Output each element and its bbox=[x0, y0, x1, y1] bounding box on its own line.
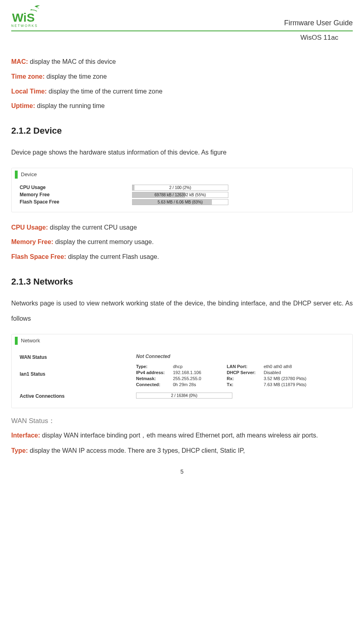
term-memory-free: Memory Free: bbox=[11, 238, 53, 245]
device-intro: Device page shows the hardware status in… bbox=[11, 145, 353, 160]
wan-status-value: Not Connected bbox=[136, 354, 170, 359]
term-mac: MAC: bbox=[11, 58, 28, 65]
page-number: 5 bbox=[11, 468, 353, 475]
kv-connected-v: 0h 29m 28s bbox=[173, 382, 225, 387]
kv-lanport-k: LAN Port: bbox=[227, 364, 262, 369]
device-panel-title-bar: Device bbox=[12, 168, 352, 181]
desc-timezone: display the time zone bbox=[47, 73, 107, 80]
active-connections-row: Active Connections 2 / 16384 (0%) bbox=[20, 393, 348, 399]
intro-definitions: MAC: display the MAC of this device Time… bbox=[11, 55, 353, 114]
kv-connected-k: Connected: bbox=[136, 382, 171, 387]
desc-localtime: display the time of the current time zon… bbox=[49, 88, 163, 95]
metric-cpu: CPU Usage 2 / 100 (2%) bbox=[20, 185, 348, 191]
kv-dhcp-v: Disabled bbox=[264, 370, 320, 375]
progress-bar-flash: 5.63 MB / 6.06 MB (83%) bbox=[132, 199, 228, 205]
doc-title: Firmware User Guide bbox=[284, 19, 353, 28]
term-flash-free: Flash Space Free: bbox=[11, 253, 66, 260]
green-accent-icon bbox=[15, 337, 18, 345]
desc-mac: display the MAC of this device bbox=[30, 58, 116, 65]
bar-text-cpu: 2 / 100 (2%) bbox=[169, 185, 191, 190]
heading-device: 2.1.2 Device bbox=[11, 126, 353, 136]
lan-status-row: lan1 Status Type: dhcp LAN Port: eth0 at… bbox=[20, 364, 348, 387]
kv-dhcp-k: DHCP Server: bbox=[227, 370, 262, 375]
lan-kv-grid: Type: dhcp LAN Port: eth0 ath0 ath8 IPv4… bbox=[136, 364, 320, 387]
term-uptime: Uptime: bbox=[11, 102, 35, 109]
device-panel: Device CPU Usage 2 / 100 (2%) Memory Fre… bbox=[11, 168, 353, 212]
page-header: WiS NETWORKS Firmware User Guide bbox=[11, 4, 353, 30]
kv-type-v: dhcp bbox=[173, 364, 225, 369]
desc-type: display the WAN IP access mode. There ar… bbox=[30, 447, 245, 454]
term-type: Type: bbox=[11, 447, 28, 454]
doc-subtitle: WisOS 11ac bbox=[11, 34, 353, 42]
desc-cpu-usage: display the current CPU usage bbox=[50, 224, 137, 231]
network-panel-title-bar: Network bbox=[12, 334, 352, 347]
desc-memory-free: display the current memory usage. bbox=[55, 238, 153, 245]
svg-text:WiS: WiS bbox=[12, 11, 35, 24]
kv-lanport-v: eth0 ath0 ath8 bbox=[264, 364, 320, 369]
term-timezone: Time zone: bbox=[11, 73, 45, 80]
active-connections-label: Active Connections bbox=[20, 393, 136, 399]
networks-intro: Networks page is used to view network wo… bbox=[11, 296, 353, 327]
metric-memory: Memory Free 69788 kB / 126392 kB (55%) bbox=[20, 192, 348, 198]
network-panel: Network WAN Status Not Connected lan1 St… bbox=[11, 334, 353, 408]
wan-status-row: WAN Status Not Connected bbox=[20, 354, 348, 360]
kv-rx-k: Rx: bbox=[227, 376, 262, 381]
network-panel-title: Network bbox=[21, 338, 40, 344]
metric-label-memory: Memory Free bbox=[20, 192, 132, 197]
kv-ipv4-v: 192.168.1.106 bbox=[173, 370, 225, 375]
green-accent-icon bbox=[15, 171, 18, 179]
progress-bar-active-conn: 2 / 16384 (0%) bbox=[136, 393, 232, 399]
kv-type-k: Type: bbox=[136, 364, 171, 369]
kv-ipv4-k: IPv4 address: bbox=[136, 370, 171, 375]
desc-interface: display WAN interface binding port，eth m… bbox=[42, 432, 318, 439]
lan-status-label: lan1 Status bbox=[20, 364, 136, 377]
term-interface: Interface: bbox=[11, 432, 40, 439]
bar-text-flash: 5.63 MB / 6.06 MB (83%) bbox=[158, 200, 203, 204]
device-panel-title: Device bbox=[21, 171, 37, 177]
desc-flash-free: display the current Flash usage. bbox=[68, 253, 159, 260]
header-divider bbox=[11, 31, 353, 31]
kv-tx-v: 7.63 MB (11879 Pkts) bbox=[264, 382, 320, 387]
progress-bar-cpu: 2 / 100 (2%) bbox=[132, 185, 228, 191]
term-localtime: Local Time: bbox=[11, 88, 47, 95]
progress-bar-memory: 69788 kB / 126392 kB (55%) bbox=[132, 192, 228, 198]
bar-text-memory: 69788 kB / 126392 kB (55%) bbox=[155, 193, 206, 197]
wis-logo: WiS NETWORKS bbox=[11, 4, 43, 28]
svg-text:NETWORKS: NETWORKS bbox=[11, 24, 38, 28]
bar-text-active-conn: 2 / 16384 (0%) bbox=[171, 393, 197, 398]
network-definitions: Interface: display WAN interface binding… bbox=[11, 428, 353, 459]
heading-networks: 2.1.3 Networks bbox=[11, 277, 353, 287]
metric-label-flash: Flash Space Free bbox=[20, 199, 132, 205]
wan-status-label: WAN Status bbox=[20, 354, 136, 360]
metric-flash: Flash Space Free 5.63 MB / 6.06 MB (83%) bbox=[20, 199, 348, 205]
device-definitions: CPU Usage: display the current CPU usage… bbox=[11, 220, 353, 265]
desc-uptime: display the running time bbox=[37, 102, 105, 109]
kv-netmask-k: Netmask: bbox=[136, 376, 171, 381]
term-cpu-usage: CPU Usage: bbox=[11, 224, 48, 231]
wan-status-heading: WAN Status： bbox=[11, 416, 353, 425]
kv-rx-v: 3.52 MB (23780 Pkts) bbox=[264, 376, 320, 381]
metric-label-cpu: CPU Usage bbox=[20, 185, 132, 190]
kv-netmask-v: 255.255.255.0 bbox=[173, 376, 225, 381]
kv-tx-k: Tx: bbox=[227, 382, 262, 387]
svg-point-2 bbox=[31, 9, 32, 10]
